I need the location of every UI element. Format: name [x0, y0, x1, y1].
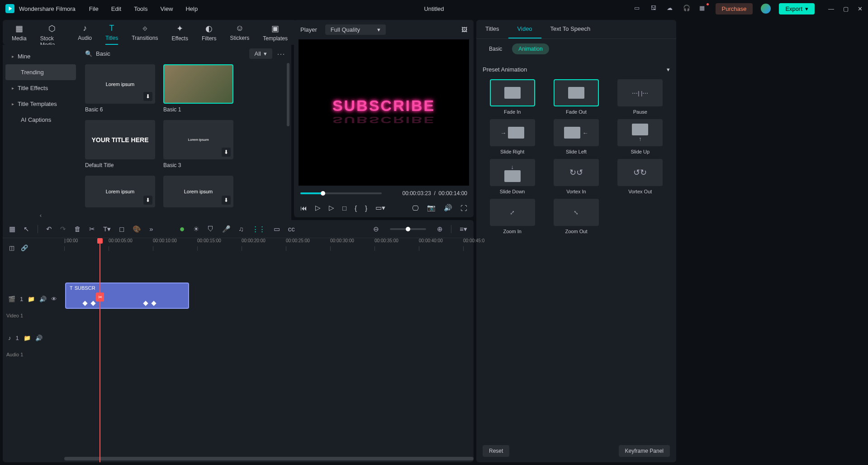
overlap-icon[interactable]: ◫ — [9, 244, 14, 251]
filter-dropdown[interactable]: All▾ — [249, 48, 272, 59]
caption-icon[interactable]: cc — [288, 225, 295, 233]
library-item[interactable]: Lorem ipsum⬇ — [85, 176, 155, 207]
tab-titles[interactable]: TTitles — [105, 24, 118, 45]
menu-tools[interactable]: Tools — [134, 5, 147, 12]
zoom-out-button[interactable]: ⊖ — [373, 225, 379, 233]
close-icon[interactable]: ✕ — [858, 5, 863, 12]
folder-icon[interactable]: 📁 — [28, 296, 35, 302]
zoom-in-button[interactable]: ⊕ — [437, 225, 443, 233]
anim-vortex-out[interactable]: ↺↻Vortex Out — [611, 159, 670, 194]
reset-button[interactable]: Reset — [483, 445, 509, 457]
inspector-tab-video[interactable]: Video — [508, 20, 541, 38]
tab-transitions[interactable]: ⟐Transitions — [132, 24, 158, 45]
sidebar-item-title-effects[interactable]: ▸Title Effects — [5, 80, 76, 96]
anim-slide-down[interactable]: ↓Slide Down — [483, 159, 542, 194]
library-item[interactable]: Basic 1 — [163, 64, 233, 113]
tab-stock-media[interactable]: ⬡Stock Media — [40, 24, 65, 45]
menu-help[interactable]: Help — [185, 5, 198, 12]
timeline-ruler[interactable]: |:00:00 00:00:05:00 00:00:10:00 00:00:15… — [64, 238, 474, 251]
crop-button[interactable]: ◻ — [119, 225, 124, 233]
section-preset-animation[interactable]: Preset Animation ▾ — [483, 62, 670, 77]
menu-edit[interactable]: Edit — [111, 5, 121, 12]
download-icon[interactable]: ⬇ — [143, 196, 152, 205]
export-button[interactable]: Export▾ — [779, 3, 815, 14]
headphones-icon[interactable]: 🎧 — [683, 5, 691, 13]
search-input[interactable]: 🔍 Basic — [85, 50, 245, 57]
avatar[interactable] — [761, 4, 771, 14]
keyframe-icon[interactable] — [82, 301, 87, 306]
color-button[interactable]: 🎨 — [133, 225, 141, 233]
apps-icon[interactable]: ▦ — [699, 5, 707, 13]
mic-icon[interactable]: 🎤 — [222, 225, 231, 233]
seek-slider[interactable] — [300, 192, 382, 194]
collapse-sidebar-button[interactable]: ‹ — [5, 209, 76, 221]
save-icon[interactable]: 🖫 — [650, 5, 659, 13]
download-icon[interactable]: ⬇ — [143, 92, 152, 101]
zoom-slider[interactable] — [390, 228, 426, 230]
menu-view[interactable]: View — [160, 5, 173, 12]
mark-in-button[interactable]: { — [355, 204, 357, 212]
sidebar-item-ai-captions[interactable]: AI Captions — [5, 112, 76, 128]
timeline-scrollbar[interactable] — [64, 457, 474, 460]
mute-icon[interactable]: 🔊 — [39, 296, 47, 302]
adjust-icon[interactable]: ☀ — [193, 225, 199, 233]
keyframe-panel-button[interactable]: Keyframe Panel — [619, 445, 670, 457]
text-button[interactable]: T▾ — [103, 225, 111, 233]
sidebar-item-title-templates[interactable]: ▸Title Templates — [5, 96, 76, 112]
minimize-icon[interactable]: — — [828, 5, 834, 12]
play-button[interactable]: ▷ — [329, 204, 334, 212]
library-item[interactable]: Lorem ipsum⬇ Basic 6 — [85, 64, 155, 113]
keyframe-icon[interactable] — [143, 301, 148, 306]
eye-icon[interactable]: 👁 — [51, 296, 57, 302]
more-options-button[interactable]: ⋯ — [277, 49, 285, 59]
download-icon[interactable]: ⬇ — [222, 148, 231, 157]
inspector-tab-titles[interactable]: Titles — [476, 20, 508, 38]
screen-icon[interactable]: ▭ — [634, 5, 642, 13]
maximize-icon[interactable]: ▢ — [843, 5, 849, 12]
delete-button[interactable]: 🗑 — [74, 225, 81, 233]
anim-fade-in[interactable]: Fade In — [483, 79, 542, 115]
camera-icon[interactable]: 📷 — [427, 204, 436, 212]
library-item[interactable]: YOUR TITLE HERE Default Title — [85, 120, 155, 168]
more-tools-button[interactable]: » — [149, 225, 153, 233]
pointer-icon[interactable]: ↖ — [24, 225, 29, 233]
anim-pause[interactable]: ⋯| |⋯Pause — [611, 79, 670, 115]
grid-icon[interactable]: ▦ — [9, 225, 15, 233]
keyframe-icon[interactable] — [90, 301, 95, 306]
volume-icon[interactable]: 🔊 — [444, 204, 452, 212]
cut-button[interactable]: ✂ — [89, 225, 95, 233]
sidebar-item-trending[interactable]: Trending — [5, 64, 76, 80]
music-icon[interactable]: ♫ — [239, 225, 244, 233]
library-scrollbar[interactable] — [287, 63, 289, 126]
anim-zoom-out[interactable]: ⤡Zoom Out — [546, 199, 606, 234]
anim-fade-out[interactable]: Fade Out — [546, 79, 606, 115]
anim-slide-left[interactable]: ←Slide Left — [546, 119, 606, 154]
library-item[interactable]: Lorem ipsum⬇ — [163, 176, 233, 207]
prev-frame-button[interactable]: ⏮ — [300, 204, 307, 212]
mute-icon[interactable]: 🔊 — [35, 335, 43, 341]
step-back-button[interactable]: ▷ — [315, 204, 321, 212]
tab-templates[interactable]: ▣Templates — [263, 24, 288, 45]
split-icon[interactable]: ✂ — [96, 292, 104, 302]
playhead[interactable]: ✂ — [100, 238, 100, 462]
library-item[interactable]: Lorem ipsum⬇ Basic 3 — [163, 120, 233, 168]
timeline-ruler-area[interactable]: |:00:00 00:00:05:00 00:00:10:00 00:00:15… — [64, 238, 474, 462]
subtab-animation[interactable]: Animation — [512, 43, 549, 54]
player-canvas[interactable]: SUBSCRIBE SUBSCRIBE — [299, 39, 469, 186]
download-icon[interactable]: ⬇ — [222, 196, 231, 205]
purchase-button[interactable]: Purchase — [716, 3, 753, 14]
tab-effects[interactable]: ✦Effects — [171, 24, 188, 45]
folder-icon[interactable]: 📁 — [24, 335, 31, 341]
fullscreen-icon[interactable]: ⛶ — [460, 204, 467, 212]
anim-vortex-in[interactable]: ↻↺Vortex In — [546, 159, 606, 194]
tab-media[interactable]: ▦Media — [12, 24, 27, 45]
quality-dropdown[interactable]: Full Quality▾ — [325, 24, 386, 35]
tab-stickers[interactable]: ☺Stickers — [230, 24, 250, 45]
marker-icon[interactable]: ● — [180, 224, 185, 234]
link-icon[interactable]: 🔗 — [21, 244, 28, 251]
tab-filters[interactable]: ◐Filters — [202, 24, 217, 45]
cloud-icon[interactable]: ☁ — [667, 5, 675, 13]
redo-button[interactable]: ↷ — [60, 225, 66, 233]
inspector-tab-tts[interactable]: Text To Speech — [541, 20, 600, 38]
snapshot-icon[interactable]: 🖼 — [461, 26, 467, 33]
